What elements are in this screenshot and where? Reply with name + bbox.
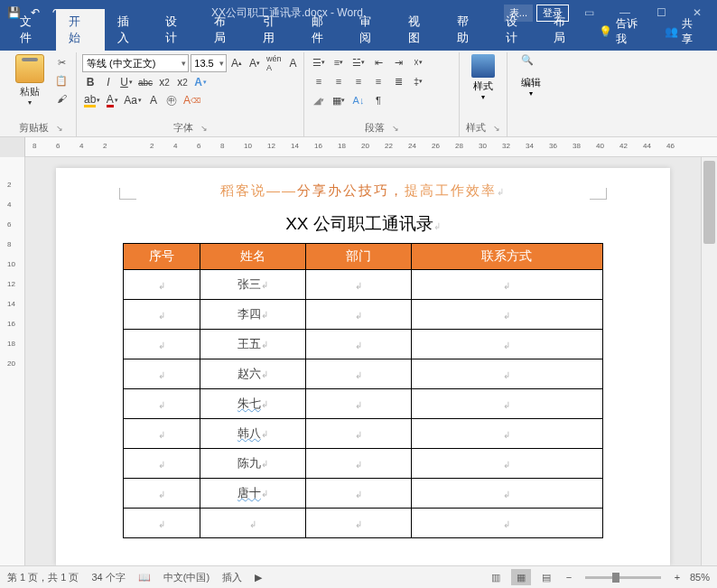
- table-cell[interactable]: ↲: [124, 389, 200, 419]
- font-launcher[interactable]: ↘: [200, 124, 208, 133]
- table-cell[interactable]: 陈九↲: [200, 449, 305, 479]
- bullets-button[interactable]: ☰▾: [310, 54, 328, 70]
- zoom-slider[interactable]: [585, 576, 661, 579]
- tab-review[interactable]: 审阅: [347, 9, 396, 51]
- tab-view[interactable]: 视图: [396, 9, 444, 51]
- document-scroll[interactable]: 稻客说——分享办公技巧，提高工作效率↲ XX 公司职工通讯录↲ 序号姓名部门联系…: [25, 157, 701, 565]
- borders-button[interactable]: ▦▾: [330, 92, 348, 108]
- contact-table[interactable]: 序号姓名部门联系方式 ↲张三↲↲↲↲李四↲↲↲↲王五↲↲↲↲赵六↲↲↲↲朱七↲↲…: [123, 243, 603, 538]
- table-cell[interactable]: ↲: [305, 509, 411, 538]
- table-cell[interactable]: ↲: [411, 359, 602, 389]
- table-cell[interactable]: ↲: [411, 509, 602, 538]
- table-cell[interactable]: ↲: [305, 419, 411, 449]
- enclose-char-icon[interactable]: ㊥: [163, 92, 180, 108]
- scrollbar-thumb[interactable]: [703, 161, 715, 244]
- table-row[interactable]: ↲张三↲↲↲: [124, 270, 603, 300]
- table-cell[interactable]: ↲: [124, 419, 200, 449]
- tab-file[interactable]: 文件: [7, 9, 56, 51]
- ruler-vertical[interactable]: 2468101214161820: [0, 157, 25, 565]
- paragraph-launcher[interactable]: ↘: [392, 124, 399, 133]
- table-cell[interactable]: ↲: [411, 330, 602, 359]
- table-cell[interactable]: ↲: [305, 479, 411, 509]
- show-marks-button[interactable]: ¶: [369, 92, 387, 108]
- page[interactable]: 稻客说——分享办公技巧，提高工作效率↲ XX 公司职工通讯录↲ 序号姓名部门联系…: [56, 168, 670, 565]
- tab-mailings[interactable]: 邮件: [299, 9, 348, 51]
- align-center-button[interactable]: ≡: [330, 73, 348, 89]
- table-cell[interactable]: 唐十↲: [200, 479, 305, 509]
- table-cell[interactable]: ↲: [411, 479, 602, 509]
- styles-button[interactable]: 样式▾: [465, 54, 501, 101]
- char-shading-icon[interactable]: A: [145, 92, 162, 108]
- table-cell[interactable]: 赵六↲: [200, 359, 305, 389]
- table-cell[interactable]: ↲: [411, 389, 602, 419]
- subscript-button[interactable]: x2: [156, 74, 172, 90]
- font-name-combo[interactable]: 等线 (中文正文): [82, 54, 189, 72]
- table-cell[interactable]: ↲: [200, 509, 305, 538]
- table-row[interactable]: ↲朱七↲↲↲: [124, 389, 603, 419]
- shrink-font-icon[interactable]: A▾: [247, 55, 263, 71]
- tab-home[interactable]: 开始: [56, 9, 105, 51]
- table-row[interactable]: ↲陈九↲↲↲: [124, 449, 603, 479]
- table-cell[interactable]: ↲: [124, 449, 200, 479]
- table-cell[interactable]: ↲: [305, 300, 411, 330]
- table-cell[interactable]: ↲: [124, 330, 200, 359]
- text-effects-button[interactable]: A▾: [192, 74, 209, 90]
- table-header[interactable]: 部门: [305, 244, 411, 270]
- table-cell[interactable]: ↲: [305, 270, 411, 300]
- table-cell[interactable]: ↲: [411, 449, 602, 479]
- zoom-out-button[interactable]: −: [562, 572, 576, 583]
- table-header[interactable]: 联系方式: [411, 244, 602, 270]
- underline-button[interactable]: U▾: [118, 74, 135, 90]
- language-indicator[interactable]: 中文(中国): [163, 571, 210, 584]
- table-row[interactable]: ↲赵六↲↲↲: [124, 359, 603, 389]
- tab-references[interactable]: 引用: [250, 9, 299, 51]
- editing-button[interactable]: 🔍 编辑▾: [513, 54, 549, 98]
- numbering-button[interactable]: ≡▾: [330, 54, 348, 70]
- table-cell[interactable]: ↲: [124, 300, 200, 330]
- table-cell[interactable]: ↲: [305, 359, 411, 389]
- zoom-in-button[interactable]: +: [670, 572, 684, 583]
- table-cell[interactable]: 李四↲: [200, 300, 305, 330]
- table-row[interactable]: ↲李四↲↲↲: [124, 300, 603, 330]
- table-header[interactable]: 姓名: [200, 244, 305, 270]
- table-cell[interactable]: 朱七↲: [200, 389, 305, 419]
- tab-table-layout[interactable]: 布局: [541, 9, 590, 51]
- font-size-combo[interactable]: 13.5: [191, 54, 227, 72]
- spellcheck-icon[interactable]: 📖: [138, 572, 151, 583]
- char-border-icon[interactable]: A: [285, 55, 302, 71]
- table-cell[interactable]: ↲: [411, 270, 602, 300]
- distributed-button[interactable]: ≣: [389, 73, 407, 89]
- page-indicator[interactable]: 第 1 页，共 1 页: [7, 571, 79, 584]
- tab-design[interactable]: 设计: [153, 9, 201, 51]
- table-row[interactable]: ↲↲↲↲: [124, 509, 603, 538]
- paste-button[interactable]: 粘贴▾: [11, 54, 49, 107]
- styles-launcher[interactable]: ↘: [493, 124, 500, 133]
- clear-format-icon[interactable]: A⌫: [182, 92, 202, 108]
- phonetic-guide-icon[interactable]: wénA: [265, 55, 284, 71]
- italic-button[interactable]: I: [100, 74, 116, 90]
- tab-table-design[interactable]: 设计: [493, 9, 542, 51]
- ruler-horizontal[interactable]: 8642246810121416182022242628303234363840…: [25, 137, 717, 157]
- table-cell[interactable]: ↲: [411, 419, 602, 449]
- table-header[interactable]: 序号: [124, 244, 200, 270]
- superscript-button[interactable]: x2: [174, 74, 191, 90]
- macro-icon[interactable]: ▶: [255, 572, 262, 583]
- line-spacing-button[interactable]: ‡▾: [409, 73, 427, 89]
- zoom-level[interactable]: 85%: [690, 572, 710, 583]
- align-right-button[interactable]: ≡: [349, 73, 368, 89]
- multilevel-list-button[interactable]: ☱▾: [349, 54, 368, 70]
- justify-button[interactable]: ≡: [369, 73, 387, 89]
- share-button[interactable]: 👥共享: [657, 13, 710, 51]
- read-mode-icon[interactable]: ▥: [486, 569, 506, 585]
- table-cell[interactable]: 韩八↲: [200, 419, 305, 449]
- word-count[interactable]: 34 个字: [91, 571, 125, 584]
- table-cell[interactable]: 王五↲: [200, 330, 305, 359]
- zoom-handle[interactable]: [612, 573, 619, 583]
- insert-mode[interactable]: 插入: [222, 571, 242, 584]
- format-painter-icon[interactable]: 🖌: [52, 90, 70, 107]
- tell-me-search[interactable]: 💡告诉我: [590, 13, 656, 51]
- table-cell[interactable]: ↲: [124, 359, 200, 389]
- table-cell[interactable]: 张三↲: [200, 270, 305, 300]
- sort-button[interactable]: A↓: [349, 92, 368, 108]
- increase-indent-button[interactable]: ⇥: [389, 54, 407, 70]
